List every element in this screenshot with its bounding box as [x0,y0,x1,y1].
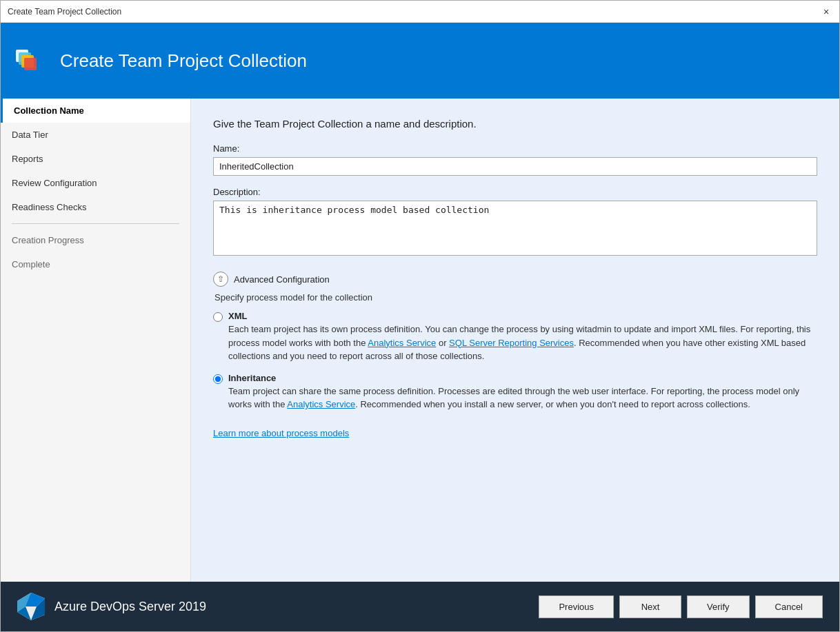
main-window: Create Team Project Collection × Create … [0,0,840,632]
description-label: Description: [213,187,817,197]
description-input[interactable]: This is inheritance process model based … [213,201,817,256]
advanced-config-toggle[interactable]: ⇧ Advanced Configuration [213,272,817,287]
radio-item-xml: XML Each team project has its own proces… [213,311,817,363]
sidebar-item-reports[interactable]: Reports [1,147,190,171]
advanced-config-label: Advanced Configuration [234,274,330,285]
radio-item-inheritance: Inheritance Team project can share the s… [213,373,817,411]
name-label: Name: [213,143,817,154]
name-input[interactable] [213,157,817,176]
inheritance-radio[interactable] [213,374,223,384]
learn-more-link[interactable]: Learn more about process models [213,428,349,438]
header-title: Create Team Project Collection [60,50,307,72]
footer: Azure DevOps Server 2019 Previous Next V… [1,582,839,631]
xml-description: Each team project has its own process de… [228,323,817,363]
sidebar-item-readiness-checks[interactable]: Readiness Checks [1,195,190,219]
header: Create Team Project Collection [1,23,839,99]
next-button[interactable]: Next [619,595,681,618]
sidebar: Collection Name Data Tier Reports Review… [1,99,191,582]
footer-left: Azure DevOps Server 2019 [17,593,206,620]
main-area: Collection Name Data Tier Reports Review… [1,99,839,582]
previous-button[interactable]: Previous [539,595,614,618]
svg-rect-3 [24,58,37,70]
chevron-up-icon: ⇧ [213,272,228,287]
sidebar-item-creation-progress[interactable]: Creation Progress [1,228,190,252]
footer-brand: Azure DevOps Server 2019 [54,600,206,614]
footer-logo [17,593,45,620]
header-icon [14,44,48,77]
learn-more: Learn more about process models [213,428,817,438]
content-area: Give the Team Project Collection a name … [191,99,839,582]
cancel-button[interactable]: Cancel [755,595,823,618]
sql-reporting-link[interactable]: SQL Server Reporting Services [449,338,574,348]
process-model-radio-group: XML Each team project has its own proces… [213,311,817,411]
inheritance-description: Team project can share the same process … [228,385,817,411]
sidebar-item-complete[interactable]: Complete [1,252,190,276]
analytics-service-link-xml[interactable]: Analytics Service [368,338,436,348]
xml-label: XML [228,311,817,321]
sidebar-divider [12,223,179,224]
sidebar-item-collection-name[interactable]: Collection Name [1,99,190,123]
title-bar-text: Create Team Project Collection [8,7,121,17]
verify-button[interactable]: Verify [687,595,750,618]
inheritance-label: Inheritance [228,373,817,383]
content-heading: Give the Team Project Collection a name … [213,118,817,130]
adv-subtitle: Specify process model for the collection [214,292,817,303]
title-bar: Create Team Project Collection × [1,1,839,23]
analytics-service-link-inheritance[interactable]: Analytics Service [287,399,355,409]
close-button[interactable]: × [820,6,832,18]
sidebar-item-data-tier[interactable]: Data Tier [1,123,190,147]
footer-buttons: Previous Next Verify Cancel [539,595,823,618]
sidebar-item-review-configuration[interactable]: Review Configuration [1,171,190,195]
xml-radio[interactable] [213,312,223,322]
